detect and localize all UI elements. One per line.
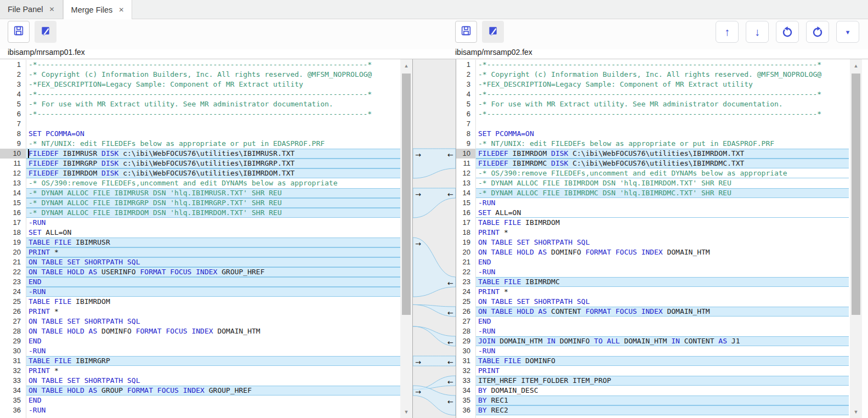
code-line[interactable]: -RUN <box>476 198 849 208</box>
tab-merge-files[interactable]: Merge Files ✕ <box>63 0 133 19</box>
code-line[interactable]: END <box>26 277 412 287</box>
code-line[interactable]: -* DYNAM ALLOC FILE IBIMRDOM DSN 'hlq.IB… <box>476 178 849 188</box>
code-line[interactable]: ON TABLE HOLD AS DOMINFO FORMAT FOCUS IN… <box>26 326 412 336</box>
code-line[interactable]: SET ALL=ON <box>26 228 412 238</box>
code-line[interactable]: -* Copyright (c) Information Builders, I… <box>476 70 849 80</box>
code-line[interactable]: -* OS/390:remove FILEDEFs,uncomment and … <box>476 168 849 178</box>
copy-to-left-arrow[interactable]: ← <box>447 151 453 159</box>
copy-to-left-arrow[interactable]: ← <box>447 280 453 287</box>
close-icon[interactable]: ✕ <box>49 5 54 13</box>
code-line[interactable]: BY DOMAIN_DESC <box>476 386 849 396</box>
code-line[interactable]: FILEDEF IBIMRDMC DISK C:\ibi\WebFOCUS76\… <box>476 159 849 168</box>
code-line[interactable]: ON TABLE SET SHORTPATH SQL <box>26 317 412 326</box>
code-line[interactable]: -RUN <box>476 326 849 336</box>
code-line[interactable]: TABLE FILE IBIMRDMC <box>476 277 849 287</box>
code-line[interactable]: PRINT <box>476 366 849 376</box>
code-line[interactable]: FILEDEF IBIMRDOM DISK c:\ibi\WebFOCUS76\… <box>26 168 412 178</box>
scroll-up-icon[interactable]: ▲ <box>400 62 412 70</box>
code-line[interactable]: ON TABLE HOLD AS DOMINFO FORMAT FOCUS IN… <box>476 247 849 257</box>
code-line[interactable]: -*--------------------------------------… <box>476 109 849 119</box>
code-line[interactable]: -*FEX_DESCRIPTION=Legacy Sample: Compone… <box>26 80 412 89</box>
code-line[interactable]: -RUN <box>476 346 849 356</box>
code-line[interactable]: END <box>26 336 412 346</box>
close-icon[interactable]: ✕ <box>118 6 124 14</box>
scroll-down-icon[interactable]: ▼ <box>850 408 862 416</box>
save-left-button[interactable] <box>8 21 30 43</box>
copy-to-right-arrow[interactable]: → <box>415 240 421 247</box>
code-line[interactable]: -* DYNAM ALLOC FILE IBIMRGRP DSN 'hlq.IB… <box>26 198 412 208</box>
copy-to-right-arrow[interactable]: → <box>415 388 421 396</box>
code-line[interactable]: FILEDEF IBIMRUSR DISK c:\ibi\WebFOCUS76\… <box>26 149 412 159</box>
code-line[interactable]: SET PCOMMA=ON <box>476 129 849 139</box>
copy-to-right-arrow[interactable]: → <box>415 151 421 159</box>
code-line[interactable]: ITEM_HREF ITEM_FOLDER ITEM_PROP <box>476 376 849 386</box>
scroll-down-icon[interactable]: ▼ <box>400 408 412 416</box>
code-line[interactable]: FILEDEF IBIMRGRP DISK c:\ibi\WebFOCUS76\… <box>26 159 412 168</box>
code-line[interactable]: -* DYNAM ALLOC FILE IBIMRUSR DSN 'hlq.IB… <box>26 188 412 198</box>
code-line[interactable]: TABLE FILE IBIMRDOM <box>476 218 849 228</box>
right-code[interactable]: -*--------------------------------------… <box>476 60 849 418</box>
code-line[interactable]: -RUN <box>26 405 412 415</box>
copy-to-left-arrow[interactable]: ← <box>447 379 453 386</box>
code-line[interactable]: -* DYNAM ALLOC FILE IBIMRDOM DSN 'hlq.IB… <box>26 208 412 218</box>
code-line[interactable]: JOIN DOMAIN_HTM IN DOMINFO TO ALL DOMAIN… <box>476 336 849 346</box>
copy-to-left-arrow[interactable]: ← <box>447 309 453 317</box>
edit-left-button[interactable] <box>35 21 56 43</box>
code-line[interactable]: TABLE FILE IBIMRDOM <box>26 297 412 307</box>
code-line[interactable]: -* NT/UNIX: edit FILEDEFs below as appro… <box>26 139 412 149</box>
code-line[interactable]: -* Copyright (c) Information Builders, I… <box>26 70 412 80</box>
code-line[interactable]: BY REC2 <box>476 405 849 415</box>
code-line[interactable]: -*--------------------------------------… <box>476 60 849 70</box>
next-difference-button[interactable]: ↓ <box>746 21 769 43</box>
right-scrollbar[interactable]: ▲ ▼ <box>850 59 862 418</box>
copy-to-right-arrow[interactable]: → <box>415 191 421 198</box>
code-line[interactable]: -RUN <box>26 218 412 228</box>
code-line[interactable]: TABLE FILE IBIMRUSR <box>26 238 412 247</box>
copy-to-left-arrow[interactable]: ← <box>447 191 453 198</box>
code-line[interactable]: -RUN <box>26 346 412 356</box>
code-line[interactable]: -*--------------------------------------… <box>26 109 412 119</box>
scrollbar-thumb[interactable] <box>852 74 860 315</box>
code-line[interactable]: ON TABLE SET SHORTPATH SQL <box>476 238 849 247</box>
edit-right-button[interactable] <box>482 21 504 43</box>
code-line[interactable]: -*--------------------------------------… <box>26 60 412 70</box>
more-options-button[interactable]: ▾ <box>836 21 859 43</box>
scrollbar-thumb[interactable] <box>402 74 411 315</box>
code-line[interactable]: ON TABLE HOLD AS USERINFO FORMAT FOCUS I… <box>26 267 412 277</box>
code-line[interactable]: SET ALL=ON <box>476 208 849 218</box>
code-line[interactable] <box>26 119 412 129</box>
code-line[interactable]: END <box>476 257 849 267</box>
code-line[interactable]: END <box>476 317 849 326</box>
code-line[interactable]: TABLE FILE DOMINFO <box>476 356 849 366</box>
copy-to-left-arrow[interactable]: ← <box>447 398 453 405</box>
code-line[interactable]: PRINT * <box>476 228 849 238</box>
code-line[interactable]: -* OS/390:remove FILEDEFs,uncomment and … <box>26 178 412 188</box>
code-line[interactable]: -* DYNAM ALLOC FILE IBIMRDMC DSN 'hlq.IB… <box>476 188 849 198</box>
copy-to-left-arrow[interactable]: ← <box>447 339 453 346</box>
code-line[interactable]: END <box>26 396 412 405</box>
code-line[interactable]: BY REC1 <box>476 396 849 405</box>
previous-difference-button[interactable]: ↑ <box>716 21 739 43</box>
copy-to-right-arrow[interactable]: → <box>415 359 421 366</box>
copy-to-left-arrow[interactable]: ← <box>447 359 453 366</box>
left-code[interactable]: -*--------------------------------------… <box>26 60 412 418</box>
code-line[interactable] <box>476 119 849 129</box>
code-line[interactable]: TABLE FILE IBIMRGRP <box>26 356 412 366</box>
code-line[interactable]: ON TABLE SET SHORTPATH SQL <box>476 297 849 307</box>
code-line[interactable]: -*--------------------------------------… <box>26 89 412 99</box>
code-line[interactable]: PRINT * <box>26 307 412 317</box>
code-line[interactable]: -RUN <box>476 267 849 277</box>
scroll-up-icon[interactable]: ▲ <box>850 62 862 70</box>
code-line[interactable]: ON TABLE HOLD AS GROUP FORMAT FOCUS INDE… <box>26 386 412 396</box>
code-line[interactable]: -* For use with MR Extract utility. See … <box>476 99 849 109</box>
save-right-button[interactable] <box>455 21 477 43</box>
code-line[interactable]: -RUN <box>26 287 412 297</box>
code-line[interactable]: PRINT * <box>26 366 412 376</box>
undo-button[interactable] <box>776 21 799 43</box>
code-line[interactable]: FILEDEF IBIMRDOM DISK C:\ibi\WebFOCUS76\… <box>476 149 849 159</box>
code-line[interactable]: SET PCOMMA=ON <box>26 129 412 139</box>
code-line[interactable]: ON TABLE HOLD AS CONTENT FORMAT FOCUS IN… <box>476 307 849 317</box>
redo-button[interactable] <box>806 21 829 43</box>
tab-file-panel[interactable]: File Panel ✕ <box>0 0 63 19</box>
code-line[interactable]: PRINT * <box>476 287 849 297</box>
